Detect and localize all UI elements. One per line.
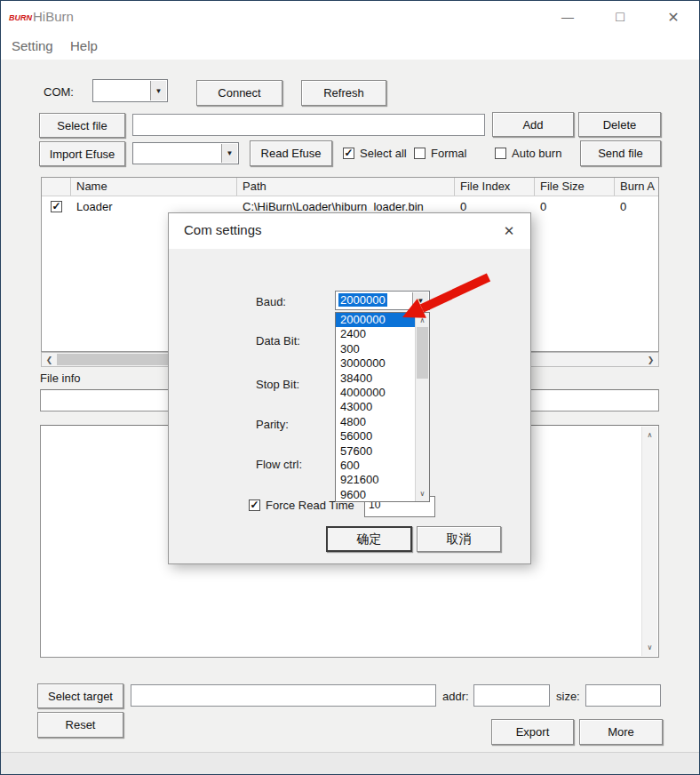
baud-dropdown-list[interactable]: 2000000240030030000003840040000004300048… bbox=[335, 312, 430, 502]
baud-combobox[interactable]: 2000000 ▼ bbox=[335, 291, 430, 310]
dialog-title: Com settings bbox=[184, 222, 262, 237]
select-target-button[interactable]: Select target bbox=[37, 683, 123, 708]
baud-option[interactable]: 43000 bbox=[336, 400, 416, 414]
scroll-right-icon[interactable]: ❯ bbox=[643, 353, 658, 366]
cell-check bbox=[42, 201, 71, 212]
cell-file-index: 0 bbox=[455, 200, 535, 213]
baud-option[interactable]: 4800 bbox=[336, 415, 416, 429]
baud-option[interactable]: 9600 bbox=[336, 488, 416, 501]
baud-option[interactable]: 4000000 bbox=[336, 386, 416, 400]
app-logo-icon: BURN bbox=[9, 13, 32, 22]
add-button[interactable]: Add bbox=[492, 112, 574, 137]
baud-option[interactable]: 3000000 bbox=[336, 356, 416, 371]
chevron-down-icon[interactable]: ▼ bbox=[221, 144, 237, 163]
baud-option[interactable]: 921600 bbox=[336, 473, 416, 487]
menubar: Setting Help bbox=[1, 33, 699, 60]
row-checkbox-icon[interactable] bbox=[51, 201, 62, 212]
cell-path: C:\HiBurn\Loader\hiburn_loader.bin bbox=[237, 200, 455, 213]
hiburn-window: BURN HiBurn — □ ✕ Setting Help COM: ▼ Co… bbox=[0, 0, 700, 775]
connect-button[interactable]: Connect bbox=[196, 80, 282, 106]
menu-help[interactable]: Help bbox=[70, 38, 98, 53]
checkbox-icon[interactable] bbox=[343, 148, 354, 159]
cell-file-size: 0 bbox=[535, 200, 615, 213]
scroll-left-icon[interactable]: ❮ bbox=[42, 353, 57, 366]
select-all-label: Select all bbox=[360, 147, 407, 160]
scroll-up-icon[interactable]: ∧ bbox=[416, 314, 429, 327]
window-footer bbox=[1, 752, 699, 775]
addr-label: addr: bbox=[442, 690, 469, 703]
select-file-button[interactable]: Select file bbox=[39, 113, 125, 138]
scroll-down-icon[interactable]: ∨ bbox=[416, 487, 429, 500]
stop-bit-label: Stop Bit: bbox=[256, 378, 299, 391]
col-file-index[interactable]: File Index bbox=[455, 178, 535, 196]
formal-checkbox[interactable]: Formal bbox=[414, 147, 466, 160]
baud-option[interactable]: 38400 bbox=[336, 372, 416, 386]
reset-button[interactable]: Reset bbox=[37, 712, 123, 738]
file-path-input[interactable] bbox=[132, 114, 485, 136]
auto-burn-label: Auto burn bbox=[512, 147, 561, 160]
col-file-size[interactable]: File Size bbox=[535, 178, 615, 196]
baud-option[interactable]: 2400 bbox=[336, 327, 416, 341]
com-label: COM: bbox=[44, 85, 74, 99]
efuse-combobox[interactable]: ▼ bbox=[132, 142, 239, 164]
baud-options-list: 2000000240030030000003840040000004300048… bbox=[336, 313, 416, 501]
checkbox-icon[interactable] bbox=[414, 148, 426, 159]
parity-label: Parity: bbox=[256, 418, 289, 431]
chevron-down-icon[interactable]: ▼ bbox=[412, 292, 428, 308]
list-scroll-thumb[interactable] bbox=[417, 327, 428, 379]
baud-label: Baud: bbox=[256, 295, 286, 308]
export-button[interactable]: Export bbox=[491, 719, 574, 745]
formal-label: Formal bbox=[431, 147, 466, 160]
scroll-up-icon[interactable]: ∧ bbox=[642, 428, 657, 442]
com-settings-dialog: Com settings ✕ Baud: Data Bit: Stop Bit:… bbox=[168, 212, 531, 564]
refresh-button[interactable]: Refresh bbox=[301, 80, 386, 106]
baud-option[interactable]: 300 bbox=[336, 342, 416, 356]
baud-option[interactable]: 56000 bbox=[336, 429, 416, 443]
hscroll-thumb[interactable] bbox=[57, 354, 172, 365]
checkbox-icon[interactable] bbox=[249, 499, 260, 511]
read-efuse-button[interactable]: Read Efuse bbox=[250, 140, 332, 166]
window-title: HiBurn bbox=[33, 9, 74, 24]
addr-input[interactable] bbox=[473, 684, 550, 707]
col-name[interactable]: Name bbox=[71, 178, 237, 196]
cell-name: Loader bbox=[71, 200, 237, 213]
baud-option[interactable]: 57600 bbox=[336, 444, 416, 459]
dialog-close-icon[interactable]: ✕ bbox=[499, 221, 519, 241]
more-button[interactable]: More bbox=[579, 719, 663, 745]
log-vscrollbar[interactable]: ∧ ∨ bbox=[641, 427, 657, 656]
minimize-icon[interactable]: — bbox=[547, 1, 588, 33]
maximize-icon[interactable]: □ bbox=[600, 1, 640, 33]
col-check[interactable] bbox=[42, 178, 71, 196]
auto-burn-checkbox[interactable]: Auto burn bbox=[495, 147, 561, 160]
titlebar: BURN HiBurn — □ ✕ bbox=[1, 1, 699, 33]
chevron-down-icon[interactable]: ▼ bbox=[150, 81, 166, 100]
baud-option[interactable]: 600 bbox=[336, 459, 416, 473]
baud-list-scrollbar[interactable]: ∧ ∨ bbox=[415, 313, 429, 501]
col-burn-addr[interactable]: Burn A bbox=[615, 178, 658, 196]
scroll-down-icon[interactable]: ∨ bbox=[642, 641, 657, 654]
file-info-label: File info bbox=[40, 372, 81, 385]
table-header: Name Path File Index File Size Burn A bbox=[42, 178, 658, 196]
import-efuse-button[interactable]: Import Efuse bbox=[39, 141, 125, 166]
col-path[interactable]: Path bbox=[237, 178, 455, 196]
cell-burn-addr: 0 bbox=[615, 200, 658, 213]
com-port-combobox[interactable]: ▼ bbox=[92, 79, 168, 102]
baud-selected-value: 2000000 bbox=[338, 293, 387, 307]
cancel-button[interactable]: 取消 bbox=[417, 526, 501, 552]
data-bit-label: Data Bit: bbox=[256, 334, 300, 348]
baud-option[interactable]: 2000000 bbox=[336, 313, 416, 327]
size-input[interactable] bbox=[585, 684, 661, 707]
menu-setting[interactable]: Setting bbox=[12, 38, 53, 53]
select-all-checkbox[interactable]: Select all bbox=[343, 147, 407, 160]
delete-button[interactable]: Delete bbox=[578, 112, 661, 137]
target-path-input[interactable] bbox=[131, 684, 436, 707]
ok-button[interactable]: 确定 bbox=[326, 526, 412, 552]
dialog-titlebar: Com settings ✕ bbox=[169, 213, 530, 249]
flow-ctrl-label: Flow ctrl: bbox=[256, 458, 302, 471]
send-file-button[interactable]: Send file bbox=[580, 140, 661, 166]
checkbox-icon[interactable] bbox=[495, 148, 506, 159]
size-label: size: bbox=[556, 690, 580, 703]
close-icon[interactable]: ✕ bbox=[653, 1, 694, 33]
